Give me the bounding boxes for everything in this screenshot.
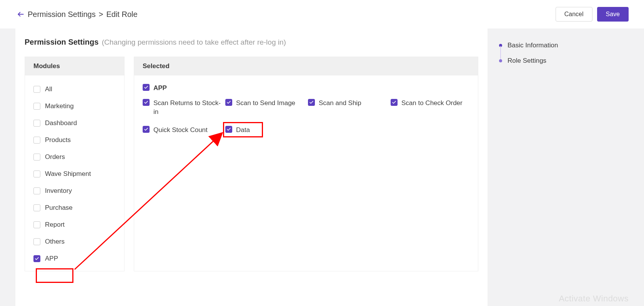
selected-grid: Scan Returns to Stock-inScan to Send Ima…	[143, 99, 469, 135]
checkbox-icon[interactable]	[225, 99, 232, 106]
dot-icon	[499, 59, 502, 62]
checkbox-icon[interactable]	[143, 84, 150, 91]
module-item-label: Dashboard	[45, 119, 77, 127]
module-item-label: Others	[45, 238, 65, 246]
selected-panel-body: APP Scan Returns to Stock-inScan to Send…	[134, 75, 478, 142]
side-nav-label: Basic Information	[508, 42, 558, 49]
permission-scan-and-ship[interactable]: Scan and Ship	[308, 99, 387, 108]
module-item-all[interactable]: All	[25, 81, 124, 98]
module-item-label: Products	[45, 136, 71, 144]
breadcrumb-current: Edit Role	[106, 10, 137, 19]
checkbox-icon[interactable]	[391, 99, 398, 106]
side-nav-label: Role Settings	[508, 57, 546, 65]
permission-scan-to-check-order[interactable]: Scan to Check Order	[391, 99, 469, 108]
module-item-marketing[interactable]: Marketing	[25, 98, 124, 115]
module-item-label: Inventory	[45, 187, 72, 195]
section-subtitle: (Changing permissions need to take effec…	[102, 38, 286, 46]
page-header: Permission Settings > Edit Role Cancel S…	[0, 0, 644, 28]
checkbox-icon[interactable]	[143, 99, 150, 106]
module-item-dashboard[interactable]: Dashboard	[25, 115, 124, 132]
main-card: Permission Settings (Changing permission…	[15, 28, 488, 306]
permission-label: Scan to Check Order	[401, 99, 463, 108]
back-arrow-icon[interactable]	[17, 10, 25, 18]
checkbox-icon[interactable]	[33, 204, 40, 211]
module-item-label: Marketing	[45, 102, 74, 110]
module-item-app[interactable]: APP	[25, 250, 124, 267]
module-list: AllMarketingDashboardProductsOrdersWave …	[25, 81, 124, 267]
permission-scan-to-send-image[interactable]: Scan to Send Image	[225, 99, 304, 108]
permission-label: Data	[236, 126, 250, 135]
selected-top-permission[interactable]: APP	[143, 84, 469, 93]
module-item-label: Orders	[45, 153, 65, 161]
module-item-label: Report	[45, 221, 65, 229]
module-item-purchase[interactable]: Purchase	[25, 199, 124, 216]
checkbox-icon[interactable]	[33, 221, 40, 228]
checkbox-icon[interactable]	[33, 238, 40, 245]
permission-label: Scan and Ship	[319, 99, 361, 108]
panels: Modules AllMarketingDashboardProductsOrd…	[25, 57, 478, 271]
modules-panel-header: Modules	[25, 57, 124, 75]
section-heading: Permission Settings (Changing permission…	[25, 38, 478, 47]
modules-panel-body: AllMarketingDashboardProductsOrdersWave …	[25, 75, 124, 271]
modules-panel: Modules AllMarketingDashboardProductsOrd…	[25, 57, 125, 271]
module-item-label: Purchase	[45, 204, 73, 212]
checkbox-icon[interactable]	[33, 103, 40, 110]
checkbox-icon[interactable]	[33, 120, 40, 127]
checkbox-icon[interactable]	[33, 154, 40, 161]
selected-top-label: APP	[153, 84, 167, 93]
checkbox-icon[interactable]	[143, 126, 150, 133]
module-item-report[interactable]: Report	[25, 216, 124, 233]
module-item-label: All	[45, 85, 52, 93]
header-actions: Cancel Save	[556, 7, 629, 22]
side-nav-basic-information[interactable]: Basic Information	[499, 38, 629, 53]
module-item-label: Wave Shipment	[45, 170, 91, 178]
permission-label: Scan to Send Image	[236, 99, 295, 108]
selected-panel-header: Selected	[134, 57, 478, 75]
section-title: Permission Settings	[25, 38, 98, 46]
selected-panel: Selected APP Scan Returns to Stock-inSca…	[134, 57, 478, 271]
checkbox-icon[interactable]	[33, 187, 40, 194]
checkbox-icon[interactable]	[33, 171, 40, 177]
breadcrumb: Permission Settings > Edit Role	[17, 10, 138, 19]
content: Permission Settings (Changing permission…	[0, 28, 644, 306]
side-nav-role-settings[interactable]: Role Settings	[499, 53, 629, 69]
checkbox-icon[interactable]	[33, 137, 40, 144]
permission-label: Scan Returns to Stock-in	[153, 99, 221, 117]
permission-data[interactable]: Data	[225, 126, 304, 135]
save-button[interactable]: Save	[597, 7, 629, 22]
permission-quick-stock-count[interactable]: Quick Stock Count	[143, 126, 221, 135]
module-item-products[interactable]: Products	[25, 132, 124, 149]
permission-scan-returns-to-stock-in[interactable]: Scan Returns to Stock-in	[143, 99, 221, 117]
module-item-orders[interactable]: Orders	[25, 149, 124, 166]
side-nav: Basic Information Role Settings	[499, 28, 629, 306]
module-item-others[interactable]: Others	[25, 233, 124, 250]
module-item-wave-shipment[interactable]: Wave Shipment	[25, 166, 124, 182]
checkbox-icon[interactable]	[308, 99, 315, 106]
breadcrumb-root[interactable]: Permission Settings	[28, 10, 96, 19]
cancel-button[interactable]: Cancel	[556, 7, 592, 22]
module-item-label: APP	[45, 255, 58, 263]
checkbox-icon[interactable]	[33, 86, 40, 93]
checkbox-icon[interactable]	[33, 255, 40, 262]
permission-label: Quick Stock Count	[153, 126, 208, 135]
module-item-inventory[interactable]: Inventory	[25, 182, 124, 199]
checkbox-icon[interactable]	[225, 126, 232, 133]
breadcrumb-separator: >	[99, 10, 103, 19]
